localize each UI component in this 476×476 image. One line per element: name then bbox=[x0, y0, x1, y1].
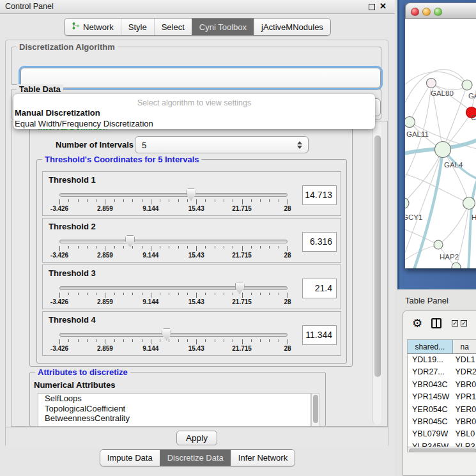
threshold-value-field[interactable]: 6.316 bbox=[302, 232, 337, 252]
algorithm-popup-hint: Select algorithm to view settings bbox=[13, 94, 375, 107]
checkbox-icon[interactable]: ✓ bbox=[452, 320, 458, 326]
slider-track[interactable] bbox=[59, 240, 288, 243]
checkbox-icon[interactable]: ✓ bbox=[461, 320, 467, 326]
apply-row: Apply bbox=[6, 427, 388, 447]
table-cell[interactable]: YBR0 bbox=[454, 416, 476, 428]
slider-tick-labels: -3.4262.8599.14415.4321.71528 bbox=[59, 298, 288, 306]
mac-zoom-button[interactable] bbox=[434, 8, 442, 16]
network-node[interactable] bbox=[405, 198, 409, 208]
float-window-icon[interactable] bbox=[369, 4, 375, 10]
network-node[interactable] bbox=[434, 240, 443, 249]
attribute-item-selfloops[interactable]: SelfLoops bbox=[38, 394, 311, 404]
attribute-item-betweennesscentrality[interactable]: BetweennessCentrality bbox=[38, 413, 311, 424]
table-cell[interactable]: YBL0 bbox=[454, 428, 476, 440]
table-row[interactable]: YBL079WYBL0 bbox=[408, 428, 476, 440]
network-icon bbox=[72, 22, 80, 32]
slider-track[interactable] bbox=[59, 193, 288, 197]
number-of-intervals-label: Number of Intervals bbox=[56, 140, 134, 150]
table-panel-toolbar: ⚙ ✓ ✓ bbox=[403, 315, 476, 334]
network-node[interactable] bbox=[435, 142, 451, 158]
table-cell[interactable]: YDL1 bbox=[454, 354, 476, 366]
number-of-intervals-value: 5 bbox=[142, 140, 146, 150]
network-node[interactable] bbox=[405, 117, 415, 128]
tab-style[interactable]: Style bbox=[121, 19, 154, 35]
tab-label: Discretize Data bbox=[167, 453, 224, 463]
tab-discretize-data[interactable]: Discretize Data bbox=[160, 450, 231, 466]
table-cell[interactable]: YDL19... bbox=[408, 354, 454, 366]
attributes-list-scrollbar[interactable] bbox=[311, 393, 319, 427]
table-row[interactable]: YER054CYER0 bbox=[408, 404, 476, 416]
table-cell[interactable]: YDR2 bbox=[454, 366, 476, 378]
table-row[interactable]: YDR27...YDR2 bbox=[408, 366, 476, 378]
table-horizontal-scrollbar[interactable] bbox=[408, 447, 476, 452]
table-cell[interactable]: YPR1 bbox=[454, 391, 476, 403]
algorithm-option-equal-width-frequency-discretization[interactable]: Equal Width/Frequency Discretization bbox=[13, 118, 375, 129]
table-column-header-shared-[interactable]: shared... bbox=[408, 340, 453, 353]
attributes-group-title: Attributes to discretize bbox=[35, 367, 130, 377]
discretization-algorithm-group-title: Discretization Algorithm bbox=[17, 42, 118, 52]
thresholds-group: Threshold's Coordinates for 5 Intervals … bbox=[36, 159, 347, 364]
number-of-intervals-combobox[interactable]: 5 bbox=[135, 136, 309, 153]
apply-button[interactable]: Apply bbox=[176, 431, 217, 445]
table-row[interactable]: YBR045CYBR0 bbox=[408, 416, 476, 428]
tab-jactivemnodules[interactable]: jActiveMNodules bbox=[254, 19, 330, 35]
mac-minimize-button[interactable] bbox=[422, 8, 431, 16]
settings-vertical-scrollbar[interactable] bbox=[372, 123, 381, 425]
interval-definition-group: Interval Definition Number of Intervals … bbox=[29, 127, 353, 367]
close-icon[interactable]: ✕ bbox=[380, 1, 387, 11]
table-cell[interactable]: YER0 bbox=[454, 404, 476, 416]
numerical-attributes-label: Numerical Attributes bbox=[34, 380, 115, 390]
network-node[interactable] bbox=[462, 80, 472, 90]
algorithm-combobox[interactable] bbox=[20, 68, 381, 88]
table-cell[interactable]: YBR045C bbox=[408, 416, 454, 428]
slider-track[interactable] bbox=[59, 286, 288, 290]
table-column-header-na[interactable]: na bbox=[453, 340, 476, 353]
node-attribute-table: shared...na YDL19...YDL1YDR27...YDR2YBR0… bbox=[407, 339, 476, 452]
table-row[interactable]: YLR345WYLR3 bbox=[408, 441, 476, 447]
algorithm-option-manual-discretization[interactable]: Manual Discretization bbox=[13, 107, 375, 118]
table-row[interactable]: YDL19...YDL1 bbox=[408, 354, 476, 366]
right-column: GAL80GACGAL11GAL4GCY1HHAP2 Table Panel ⚙… bbox=[397, 0, 476, 476]
table-cell[interactable]: YBL079W bbox=[408, 428, 454, 440]
network-canvas[interactable]: GAL80GACGAL11GAL4GCY1HHAP2 bbox=[405, 19, 476, 268]
table-row[interactable]: YPR145WYPR1 bbox=[408, 391, 476, 403]
tab-select[interactable]: Select bbox=[154, 19, 192, 35]
gear-icon[interactable]: ⚙ bbox=[412, 316, 422, 330]
table-cell[interactable]: YLR345W bbox=[408, 441, 454, 447]
threshold-value-field[interactable]: 11.344 bbox=[302, 325, 337, 345]
columns-icon[interactable] bbox=[431, 318, 441, 328]
tab-network[interactable]: Network bbox=[65, 19, 121, 35]
table-row[interactable]: YBR043CYBR0 bbox=[408, 379, 476, 391]
threshold-label: Threshold 3 bbox=[49, 268, 96, 278]
threshold-value-field[interactable]: 14.713 bbox=[302, 185, 337, 205]
control-panel-titlebar: Control Panel ✕ bbox=[0, 0, 395, 14]
table-cell[interactable]: YPR145W bbox=[408, 391, 454, 403]
bottom-tab-bar: Impute DataDiscretize DataInfer Network bbox=[100, 449, 295, 466]
attribute-item-topologicalcoefficient[interactable]: TopologicalCoefficient bbox=[38, 404, 311, 414]
numerical-attributes-list[interactable]: SelfLoopsTopologicalCoefficientBetweenne… bbox=[38, 393, 311, 427]
control-panel-title: Control Panel bbox=[5, 2, 54, 11]
table-cell[interactable]: YER054C bbox=[408, 404, 454, 416]
network-node[interactable] bbox=[463, 197, 475, 210]
tab-infer-network[interactable]: Infer Network bbox=[231, 450, 295, 466]
mac-close-button[interactable] bbox=[411, 8, 419, 16]
tab-label: Style bbox=[128, 22, 147, 32]
slider-track[interactable] bbox=[59, 333, 288, 337]
threshold-value-field[interactable]: 21.4 bbox=[302, 279, 337, 298]
table-cell[interactable]: YLR3 bbox=[454, 441, 476, 447]
tab-cyni-toolbox[interactable]: Cyni Toolbox bbox=[192, 19, 254, 35]
table-cell[interactable]: YDR27... bbox=[408, 366, 454, 378]
top-tab-bar: NetworkStyleSelectCyni ToolboxjActiveMNo… bbox=[64, 18, 331, 36]
table-cell[interactable]: YBR0 bbox=[454, 379, 476, 391]
network-node-label: H bbox=[472, 213, 476, 221]
slider-ticks bbox=[59, 293, 288, 298]
threshold-panel-4: Threshold 4-3.4262.8599.14415.4321.71528… bbox=[42, 311, 341, 356]
tab-label: Impute Data bbox=[107, 453, 153, 463]
settings-scrollpane: Interval Definition Number of Intervals … bbox=[11, 121, 388, 427]
tab-impute-data[interactable]: Impute Data bbox=[100, 450, 160, 466]
network-node[interactable] bbox=[452, 263, 461, 268]
table-cell[interactable]: YBR043C bbox=[408, 379, 454, 391]
bottom-tab-bar-wrap: Impute DataDiscretize DataInfer Network bbox=[0, 449, 395, 466]
network-node[interactable] bbox=[427, 79, 436, 88]
slider-ticks bbox=[59, 246, 288, 251]
